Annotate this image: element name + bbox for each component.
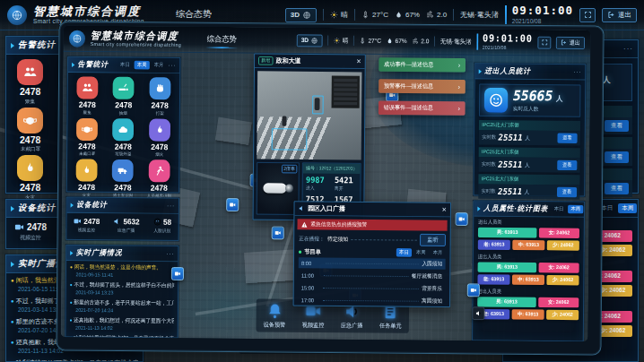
tab-week[interactable]: 本周 <box>618 203 637 213</box>
alarm-tile-gathering[interactable]: 2478 聚集 <box>70 76 105 116</box>
clock: 09:01:00 2021/10/08 <box>505 5 573 24</box>
camera-marker[interactable] <box>171 267 184 280</box>
schedule-row[interactable]: 11:00 餐厅就餐消息 <box>299 270 446 281</box>
mode-3d-toggle[interactable]: 3D <box>297 34 323 47</box>
broadcast-item[interactable]: ●还真抱歉，我幻想过，何况还画了里面个大容量硬盘… 2021-11-13 14:… <box>65 314 178 332</box>
people-row: IPC25北大门东侧 实时数 25511 人 查看 <box>479 120 580 146</box>
alarm-tile-no-mask[interactable]: 2478 未戴口罩 <box>70 117 105 157</box>
zoom-ratio-badge[interactable]: 2倍率 <box>282 165 298 174</box>
close-icon[interactable]: ✕ <box>441 207 447 213</box>
view-button[interactable]: 查看 <box>557 187 577 197</box>
floating-screen-window[interactable]: 智慧城市综合调度 Smart city comprehensive dispat… <box>56 21 604 355</box>
people-total-label: 实时总人数 <box>513 105 562 113</box>
exit-button[interactable]: 退出 <box>602 8 637 22</box>
camera-marker[interactable] <box>467 283 480 297</box>
dock-device-warning[interactable]: 设备预警 <box>264 302 286 329</box>
broadcast-item[interactable]: ●闲话，我当然清楚，这是小猫的声音。 2021-06-15 11:41 <box>66 261 178 280</box>
chip-male[interactable]: 男: 63913 <box>478 228 537 238</box>
tab-today[interactable]: 本日 <box>117 61 133 70</box>
panel-person-attributes: 人员属性·统计图表 本日 本周 本月 进出人员类 男: 63913 女: 240… <box>472 201 585 342</box>
alarm-tile-fire[interactable]: 2478 火灾 <box>69 159 104 199</box>
device-item-video[interactable]: 2478 视频监控 <box>74 217 100 234</box>
chip-female[interactable]: 女: 24062 <box>539 228 579 238</box>
panel-menu-dots[interactable]: ··· <box>573 69 581 75</box>
progress-line <box>351 238 417 240</box>
clock-time: 09:01:00 <box>483 34 533 44</box>
alarm-tile-gathering[interactable]: 2478 聚集 <box>9 59 51 105</box>
app-title: 智慧城市综合调度 <box>91 30 182 41</box>
toast-warning[interactable]: 预警事件—描述信息 › <box>379 79 466 93</box>
view-button[interactable]: 查看 <box>557 160 577 170</box>
exit-button[interactable]: 退出 <box>556 37 585 49</box>
fire-icon <box>76 159 98 182</box>
view-button[interactable]: 查看 <box>605 183 629 194</box>
broadcast-item[interactable]: ●那里的古迹不多，老子只要站起来一站，工厂之气势… 2021-07-20 14:… <box>65 297 178 315</box>
chip-elder[interactable]: 老: 63913 <box>477 274 509 285</box>
camera-marker[interactable] <box>456 212 468 226</box>
listen-button[interactable]: 监听 <box>420 234 446 246</box>
tab-month[interactable]: 本月 <box>430 248 445 257</box>
alarm-tile-fireworks[interactable]: 2478 烟火 <box>142 118 177 158</box>
chip-young[interactable]: 少: 24062 <box>546 310 579 321</box>
panel-broadcast-title-bar: 实时广播情况 ··· <box>66 246 178 262</box>
device-item-video[interactable]: 2478 视频监控 <box>14 222 47 242</box>
panel-menu-dots[interactable]: ··· <box>167 203 175 209</box>
panel-menu-dots[interactable]: ··· <box>623 46 633 53</box>
tab-today[interactable]: 本日 <box>396 248 412 257</box>
panel-menu-dots[interactable]: ··· <box>166 251 174 257</box>
view-button[interactable]: 查看 <box>557 134 577 143</box>
alarm-tile-fighting[interactable]: 2478 打架 <box>143 77 178 116</box>
broadcast-item[interactable]: ●哈利波特里的“阿兹卡班”一旦自己没有机会宏伟，整个… 2021-11-23 1… <box>65 332 178 338</box>
alarm-tile-trash-overflow[interactable]: 2478 垃圾外溢 <box>106 118 141 158</box>
dock-emergency-broadcast[interactable]: 应急广播 <box>341 303 363 330</box>
panel-menu-dots[interactable]: ··· <box>168 62 176 68</box>
chip-elder[interactable]: 老: 63913 <box>478 239 510 250</box>
broadcast-item[interactable]: ●哈利波特里的“阿兹卡班”一旦自己没有机会宏伟，整个… 2021-11-23 1… <box>6 356 143 362</box>
chip-male[interactable]: 男: 63913 <box>477 297 536 307</box>
chip-male[interactable]: 男: 63913 <box>478 262 537 272</box>
schedule-row[interactable]: 8:00 入园须知 <box>299 257 446 269</box>
schedule-row[interactable]: 15:00 背景音乐 <box>299 282 446 294</box>
camera-video-feed[interactable] <box>257 71 361 159</box>
chip-middle[interactable]: 中: 63913 <box>512 275 544 286</box>
dock-video-monitoring[interactable]: 视频监控 <box>302 302 325 329</box>
tab-week[interactable]: 本周 <box>413 248 429 257</box>
alarm-tile-no-mask[interactable]: 2478 未戴口罩 <box>9 108 51 153</box>
camera-marker[interactable] <box>226 198 239 211</box>
toast-success[interactable]: 成功事件—描述信息 › <box>379 57 466 72</box>
chip-middle[interactable]: 中: 63913 <box>512 240 544 251</box>
alarm-tile-boundary-crossing[interactable]: 2478 人员越界识别 <box>142 159 177 199</box>
fullscreen-button[interactable] <box>537 36 551 48</box>
broadcast-item[interactable]: ●不过，我却摇了摇头，居然这样子白不白的问题？ 2021-03-14 13:23 <box>66 279 178 297</box>
dock-task-unit[interactable]: 任务单元 <box>379 303 402 330</box>
alarm-tile-smoking[interactable]: 2478 抽烟 <box>106 77 141 116</box>
chip-middle[interactable]: 中: 63913 <box>512 309 544 320</box>
device-item-face[interactable]: 58 人脸识别 <box>152 218 171 235</box>
close-icon[interactable]: ✕ <box>356 58 361 65</box>
tab-overview[interactable]: 综合态势 <box>205 31 238 48</box>
tab-today[interactable]: 本日 <box>551 205 566 214</box>
alarm-tile-dump-truck[interactable]: 2478 渣土车识别 <box>106 159 141 199</box>
program-list-title: 节目单 <box>304 248 321 256</box>
device-item-broadcast[interactable]: 5632 应急广播 <box>113 217 140 234</box>
view-button[interactable]: 查看 <box>605 151 629 163</box>
mode-3d-toggle[interactable]: 3D <box>285 8 317 22</box>
schedule-row[interactable]: 17:00 离园须知 <box>298 295 445 306</box>
chip-female[interactable]: 女: 24062 <box>539 263 579 273</box>
tab-week[interactable]: 本周 <box>568 205 583 214</box>
panel-arrow-icon <box>11 43 14 48</box>
chip-female[interactable]: 女: 24062 <box>538 297 579 308</box>
tab-week[interactable]: 本周 <box>135 61 150 70</box>
tab-month[interactable]: 本月 <box>151 61 166 70</box>
chip-young[interactable]: 少: 24062 <box>546 275 579 286</box>
speaker-marker[interactable] <box>472 306 484 320</box>
panel-attr-title: 人员属性·统计图表 <box>483 203 548 214</box>
toast-error[interactable]: 错误事件—描述信息 › <box>379 100 466 115</box>
view-button[interactable]: 查看 <box>605 120 629 132</box>
camera-marker[interactable] <box>272 227 284 240</box>
alarm-tile-fire[interactable]: 2478 火灾 <box>9 155 51 201</box>
tile-value: 2478 <box>151 184 168 192</box>
fullscreen-button[interactable] <box>579 8 596 22</box>
chip-young[interactable]: 少: 24062 <box>547 240 579 251</box>
bell-icon <box>266 302 283 320</box>
